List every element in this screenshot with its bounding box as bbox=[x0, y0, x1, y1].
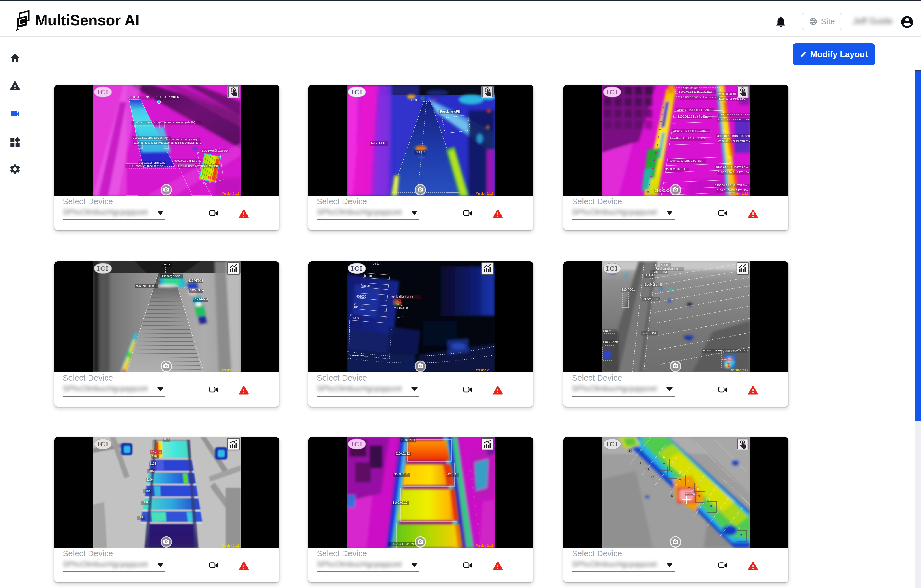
svg-text:401090: 401090 bbox=[361, 284, 371, 288]
svg-text:SPO3 Shoes Advanced Position: SPO3 Shoes Advanced Position bbox=[178, 164, 218, 167]
svg-text:ICI: ICI bbox=[97, 440, 109, 448]
svg-text:3100.01.12 Belt TU End: 3100.01.12 Belt TU End bbox=[678, 115, 709, 118]
svg-text:16: 16 bbox=[669, 494, 673, 498]
svg-text:Sorter: Sorter bbox=[163, 263, 170, 266]
svg-text:3100.03.02 MtrGb: 3100.03.02 MtrGb bbox=[156, 96, 179, 99]
svg-text:14: 14 bbox=[661, 455, 665, 459]
svg-text:ICI: ICI bbox=[606, 88, 618, 96]
svg-text:3100.09.01 Exit Roller: 3100.09.01 Exit Roller bbox=[389, 543, 417, 546]
svg-text:ICI: ICI bbox=[97, 88, 109, 96]
svg-text:3100.01.13 LHS ETU Start: 3100.01.13 LHS ETU Start bbox=[677, 108, 711, 111]
svg-text:20: 20 bbox=[628, 448, 632, 453]
svg-text:FeedLine AFE: FeedLine AFE bbox=[440, 110, 460, 113]
svg-text:401080: 401080 bbox=[356, 295, 366, 298]
svg-text:ICI: ICI bbox=[351, 88, 363, 96]
svg-text:3100.02.34: 3100.02.34 bbox=[400, 439, 415, 442]
svg-text:3100.02.35 RHS ETU: 3100.02.35 RHS ETU bbox=[174, 159, 201, 162]
svg-text:Sorter: Sorter bbox=[661, 263, 669, 266]
svg-text:3100.02.35 LHS DRIVE 3100.02.3: 3100.02.35 LHS DRIVE 3100.02.35 RHS DRIV… bbox=[133, 141, 202, 144]
svg-text:3100.01.10: 3100.01.10 bbox=[393, 501, 407, 504]
svg-text:ICI: ICI bbox=[97, 265, 109, 272]
svg-text:5122CA04: 5122CA04 bbox=[190, 289, 203, 292]
svg-text:Version 2.1.6: Version 2.1.6 bbox=[222, 192, 239, 195]
svg-text:31.7 °C: 31.7 °C bbox=[722, 357, 731, 360]
svg-text:ICI: ICI bbox=[606, 440, 618, 448]
svg-text:1108: 1108 bbox=[150, 462, 156, 465]
svg-text:1107: 1107 bbox=[148, 469, 155, 473]
svg-text:401070: 401070 bbox=[353, 305, 363, 309]
svg-text:3100.01.12 RHS ETU Start: 3100.01.12 RHS ETU Start bbox=[718, 134, 750, 138]
svg-text:3100.02.1 LHS Belt ETU End: 3100.02.1 LHS Belt ETU End bbox=[680, 96, 716, 99]
svg-text:POWER SUPPLY AND MOTOR STARTER: POWER SUPPLY AND MOTOR STARTER bbox=[703, 349, 750, 352]
svg-text:SPo3: SPo3 bbox=[410, 98, 417, 102]
svg-text:ICI: ICI bbox=[606, 265, 618, 272]
svg-text:Version 2.1.6: Version 2.1.6 bbox=[731, 192, 749, 195]
svg-text:42.8 °C: 42.8 °C bbox=[447, 473, 457, 476]
svg-text:510-PO01: 510-PO01 bbox=[622, 288, 635, 291]
svg-text:51.1 °C: 51.1 °C bbox=[686, 492, 695, 495]
svg-text:SLAM 4 LINE: SLAM 4 LINE bbox=[651, 270, 668, 273]
svg-text:31.4 °C: 31.4 °C bbox=[415, 151, 425, 154]
svg-text:SPO3 Motor Gearbox: SPO3 Motor Gearbox bbox=[202, 149, 228, 152]
svg-text:vertical belt drive: vertical belt drive bbox=[392, 295, 413, 298]
svg-text:3100.03.01 LHS (3100.03.01 RHS: 3100.03.01 LHS (3100.03.01 RHS Bearing (… bbox=[132, 121, 195, 124]
svg-text:25.6 °C: 25.6 °C bbox=[183, 286, 192, 289]
svg-text:10: 10 bbox=[696, 487, 700, 491]
svg-text:3100.01.11 RHS ETU Start: 3100.01.11 RHS ETU Start bbox=[716, 166, 750, 169]
svg-text:trans norm: trans norm bbox=[350, 354, 364, 357]
svg-text:Version 2.1.6: Version 2.1.6 bbox=[476, 369, 494, 372]
svg-text:sorter: sorter bbox=[373, 262, 381, 265]
svg-text:SPO3 Shoes returned position: SPO3 Shoes returned position bbox=[125, 164, 163, 167]
svg-text:vertical belt: vertical belt bbox=[394, 306, 409, 309]
svg-text:510-ZCA30: 510-ZCA30 bbox=[603, 340, 618, 343]
svg-text:3100.03.01 Belt: 3100.03.01 Belt bbox=[129, 96, 149, 99]
svg-text:3100.01.12 LHS ETU Start: 3100.01.12 LHS ETU Start bbox=[673, 129, 708, 132]
svg-text:46.2 °C: 46.2 °C bbox=[151, 450, 161, 453]
svg-text:ICI: ICI bbox=[351, 440, 363, 448]
svg-text:1106: 1106 bbox=[146, 478, 153, 481]
svg-text:3100.01.10 RHS ETU End: 3100.01.10 RHS ETU End bbox=[718, 171, 750, 174]
svg-text:Infeed TTR: Infeed TTR bbox=[371, 141, 387, 145]
svg-text:SLAM 2 LINE: SLAM 2 LINE bbox=[644, 283, 662, 286]
svg-text:1109: 1109 bbox=[152, 455, 158, 458]
svg-text:3100.01.09 RHS ETU End: 3100.01.09 RHS ETU End bbox=[717, 188, 749, 192]
svg-text:3100.01.11 RHS ETU End: 3100.01.11 RHS ETU End bbox=[718, 140, 750, 143]
svg-text:53.7 °C: 53.7 °C bbox=[208, 176, 218, 179]
svg-text:Version 2.1.6: Version 2.1.6 bbox=[731, 369, 749, 372]
svg-text:13: 13 bbox=[669, 463, 673, 467]
svg-text:SLAM 3: SLAM 3 bbox=[645, 274, 656, 277]
svg-text:1104: 1104 bbox=[142, 500, 148, 504]
svg-text:11: 11 bbox=[686, 479, 690, 483]
svg-text:18: 18 bbox=[646, 468, 650, 472]
svg-text:3100.02.35 LHS ETU Start: 3100.02.35 LHS ETU Start bbox=[679, 90, 713, 93]
svg-text:Discharge belt: Discharge belt bbox=[161, 275, 180, 278]
svg-text:ICI: ICI bbox=[351, 265, 363, 272]
svg-text:Version 2.1.6: Version 2.1.6 bbox=[222, 369, 239, 372]
svg-text:Recirculation line: Recirculation line bbox=[656, 267, 678, 270]
svg-text:3100.03.01 RHS ETU (Start): 3100.03.01 RHS ETU (Start) bbox=[161, 138, 197, 141]
svg-text:401100: 401100 bbox=[364, 275, 373, 278]
svg-text:510-VFD01: 510-VFD01 bbox=[603, 330, 618, 333]
svg-text:3100.01.13 RHS ETU Start: 3100.01.13 RHS ETU Start bbox=[719, 113, 750, 116]
svg-text:12: 12 bbox=[677, 471, 681, 475]
svg-text:Version 2.1.6: Version 2.1.6 bbox=[476, 544, 494, 547]
svg-text:8: 8 bbox=[738, 526, 740, 530]
svg-text:3100.01.12 RHS ETU End: 3100.01.12 RHS ETU End bbox=[718, 118, 750, 121]
svg-text:SLAM1 LINE: SLAM1 LINE bbox=[643, 297, 661, 300]
svg-text:Version 2.1.6: Version 2.1.6 bbox=[222, 544, 239, 547]
svg-text:Version 2.1.6: Version 2.1.6 bbox=[476, 192, 494, 195]
svg-text:3100.01.10 Belt: 3100.01.10 Belt bbox=[665, 168, 686, 171]
svg-text:19: 19 bbox=[639, 461, 643, 465]
svg-text:1103: 1103 bbox=[138, 516, 144, 519]
svg-text:401060: 401060 bbox=[349, 316, 359, 320]
svg-text:B.O.D LINE: B.O.D LINE bbox=[641, 331, 657, 335]
svg-text:3100.01.11 LHS ETU End: 3100.01.11 LHS ETU End bbox=[672, 136, 705, 140]
svg-text:17: 17 bbox=[650, 475, 654, 479]
svg-text:3100.01.11 LHS ETU Start: 3100.01.11 LHS ETU Start bbox=[669, 159, 703, 162]
svg-text:1105: 1105 bbox=[144, 489, 150, 492]
svg-text:512-EP504: 512-EP504 bbox=[194, 298, 208, 301]
svg-text:3100.02.35 LHS ETU: 3100.02.35 LHS ETU bbox=[139, 161, 165, 164]
svg-text:3100.01.10 RHS ETU Start: 3100.01.10 RHS ETU Start bbox=[715, 184, 749, 187]
svg-text:306020 rollers: 306020 rollers bbox=[136, 284, 155, 288]
svg-text:3100.02.34: 3100.02.34 bbox=[683, 86, 697, 89]
